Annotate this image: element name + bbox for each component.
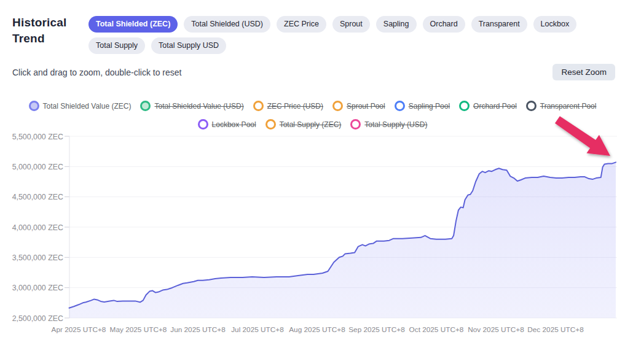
- legend-item-label: Total Shielded Value (ZEC): [43, 102, 132, 110]
- legend-marker-icon: [253, 101, 264, 111]
- legend-item-total-shielded-value-usd[interactable]: Total Shielded Value (USD): [140, 101, 243, 111]
- y-axis-tick-label: 4,000,000 ZEC: [12, 223, 63, 232]
- legend-marker-icon: [198, 119, 208, 130]
- chart-plot-area[interactable]: 2,500,000 ZEC3,000,000 ZEC3,500,000 ZEC4…: [0, 0, 625, 364]
- legend-marker-icon: [265, 119, 276, 130]
- legend-item-label: Total Shielded Value (USD): [154, 102, 243, 110]
- legend-item-total-shielded-value-zec[interactable]: Total Shielded Value (ZEC): [29, 101, 132, 111]
- y-axis-tick-label: 4,500,000 ZEC: [12, 193, 63, 201]
- legend-item-sapling-pool[interactable]: Sapling Pool: [395, 101, 450, 111]
- x-axis-tick-label: Aug 2025 UTC+8: [289, 325, 345, 334]
- x-axis-tick-label: Nov 2025 UTC+8: [468, 325, 524, 334]
- legend-item-label: Sapling Pool: [409, 102, 450, 110]
- x-axis-tick-label: Sep 2025 UTC+8: [348, 325, 405, 334]
- legend-marker-icon: [332, 101, 343, 111]
- y-axis-tick-label: 5,000,000 ZEC: [12, 163, 63, 171]
- x-axis-tick-label: Apr 2025 UTC+8: [52, 325, 106, 334]
- legend-item-transparent-pool[interactable]: Transparent Pool: [526, 101, 597, 111]
- legend-marker-icon: [526, 101, 537, 111]
- x-axis-tick-label: May 2025 UTC+8: [110, 325, 167, 334]
- legend-item-label: Lockbox Pool: [212, 120, 256, 129]
- historical-trend-panel: Historical Trend Total Shielded (ZEC)Tot…: [0, 0, 625, 364]
- legend-item-label: Total Supply (ZEC): [280, 120, 342, 129]
- legend-item-label: Total Supply (USD): [364, 120, 427, 129]
- legend-marker-icon: [29, 101, 39, 111]
- legend-item-total-supply-usd[interactable]: Total Supply (USD): [350, 119, 427, 130]
- legend-marker-icon: [350, 119, 361, 130]
- x-axis-tick-label: Oct 2025 UTC+8: [409, 325, 464, 334]
- legend-item-label: Sprout Pool: [347, 102, 385, 110]
- area-fill: [69, 162, 616, 318]
- x-axis-tick-label: Jul 2025 UTC+8: [231, 325, 284, 334]
- y-axis-tick-label: 3,500,000 ZEC: [12, 254, 63, 262]
- x-axis-tick-label: Dec 2025 UTC+8: [527, 325, 584, 334]
- legend-item-orchard-pool[interactable]: Orchard Pool: [459, 101, 517, 111]
- legend-marker-icon: [140, 101, 151, 111]
- y-axis-tick-label: 3,000,000 ZEC: [12, 284, 63, 292]
- chart-legend: Total Shielded Value (ZEC)Total Shielded…: [0, 101, 625, 130]
- legend-item-label: Transparent Pool: [540, 102, 597, 110]
- legend-row: Total Shielded Value (ZEC)Total Shielded…: [29, 101, 597, 111]
- legend-marker-icon: [459, 101, 470, 111]
- x-axis-tick-label: Jun 2025 UTC+8: [170, 325, 226, 334]
- y-axis-tick-label: 5,500,000 ZEC: [12, 133, 63, 141]
- legend-item-lockbox-pool[interactable]: Lockbox Pool: [198, 119, 256, 130]
- legend-row: Lockbox PoolTotal Supply (ZEC)Total Supp…: [198, 119, 428, 130]
- legend-item-label: ZEC Price (USD): [267, 102, 323, 110]
- y-axis-tick-label: 2,500,000 ZEC: [12, 314, 63, 323]
- legend-item-zec-price-usd[interactable]: ZEC Price (USD): [253, 101, 323, 111]
- legend-item-label: Orchard Pool: [473, 102, 517, 110]
- legend-item-total-supply-zec[interactable]: Total Supply (ZEC): [265, 119, 342, 130]
- legend-item-sprout-pool[interactable]: Sprout Pool: [332, 101, 385, 111]
- legend-marker-icon: [395, 101, 405, 111]
